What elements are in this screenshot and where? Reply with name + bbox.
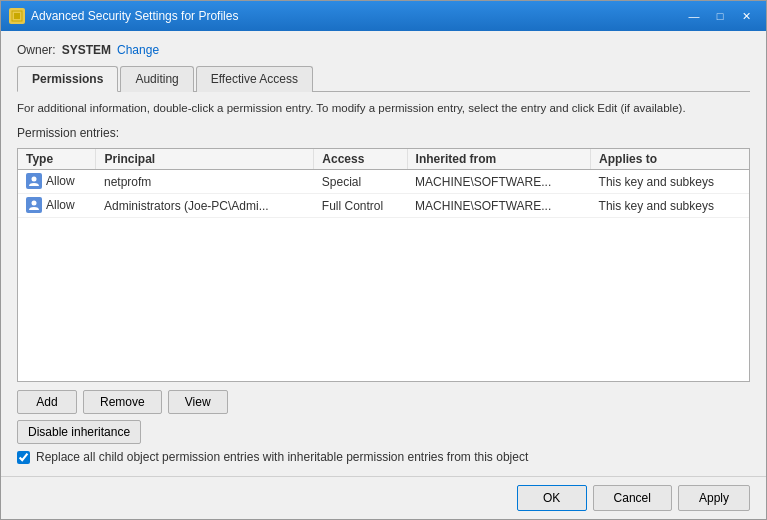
permission-entries-label: Permission entries: — [17, 126, 750, 140]
window: Advanced Security Settings for Profiles … — [0, 0, 767, 520]
svg-point-2 — [32, 177, 37, 182]
row2-type-cell: Allow — [26, 197, 75, 213]
remove-button[interactable]: Remove — [83, 390, 162, 414]
window-title: Advanced Security Settings for Profiles — [31, 9, 682, 23]
bottom-section: Add Remove View Disable inheritance Repl… — [17, 390, 750, 464]
info-text: For additional information, double-click… — [17, 100, 750, 116]
tab-permissions[interactable]: Permissions — [17, 66, 118, 92]
row2-principal: Administrators (Joe-PC\Admi... — [96, 194, 314, 218]
row1-type-cell: Allow — [26, 173, 75, 189]
col-header-principal: Principal — [96, 149, 314, 170]
tab-effective-access[interactable]: Effective Access — [196, 66, 313, 92]
title-bar: Advanced Security Settings for Profiles … — [1, 1, 766, 31]
view-button[interactable]: View — [168, 390, 228, 414]
row2-inherited: MACHINE\SOFTWARE... — [407, 194, 591, 218]
maximize-button[interactable]: □ — [708, 6, 732, 26]
col-header-access: Access — [314, 149, 407, 170]
row1-access: Special — [314, 170, 407, 194]
change-owner-link[interactable]: Change — [117, 43, 159, 57]
cancel-button[interactable]: Cancel — [593, 485, 672, 511]
owner-row: Owner: SYSTEM Change — [17, 43, 750, 57]
user-icon-2 — [26, 197, 42, 213]
tabs-container: Permissions Auditing Effective Access — [17, 65, 750, 92]
owner-label: Owner: — [17, 43, 56, 57]
col-header-applies: Applies to — [591, 149, 749, 170]
disable-inheritance-button[interactable]: Disable inheritance — [17, 420, 141, 444]
owner-value: SYSTEM — [62, 43, 111, 57]
window-icon — [9, 8, 25, 24]
user-icon-1 — [26, 173, 42, 189]
dialog-footer: OK Cancel Apply — [1, 476, 766, 519]
replace-permissions-checkbox[interactable] — [17, 451, 30, 464]
tab-auditing[interactable]: Auditing — [120, 66, 193, 92]
row2-type: Allow — [18, 194, 96, 218]
col-header-type: Type — [18, 149, 96, 170]
minimize-button[interactable]: — — [682, 6, 706, 26]
col-header-inherited: Inherited from — [407, 149, 591, 170]
apply-button[interactable]: Apply — [678, 485, 750, 511]
table-row[interactable]: Allow netprofm Special MACHINE\SOFTWARE.… — [18, 170, 749, 194]
row2-applies: This key and subkeys — [591, 194, 749, 218]
ok-button[interactable]: OK — [517, 485, 587, 511]
close-button[interactable]: ✕ — [734, 6, 758, 26]
row1-inherited: MACHINE\SOFTWARE... — [407, 170, 591, 194]
svg-point-3 — [32, 201, 37, 206]
row2-access: Full Control — [314, 194, 407, 218]
add-button[interactable]: Add — [17, 390, 77, 414]
table-row[interactable]: Allow Administrators (Joe-PC\Admi... Ful… — [18, 194, 749, 218]
checkbox-row: Replace all child object permission entr… — [17, 450, 750, 464]
content-area: Owner: SYSTEM Change Permissions Auditin… — [1, 31, 766, 476]
permissions-table-container: Type Principal Access Inherited from App… — [17, 148, 750, 382]
checkbox-label: Replace all child object permission entr… — [36, 450, 528, 464]
svg-rect-1 — [14, 13, 20, 19]
row1-applies: This key and subkeys — [591, 170, 749, 194]
row1-type: Allow — [18, 170, 96, 194]
permissions-table: Type Principal Access Inherited from App… — [18, 149, 749, 218]
action-buttons-row: Add Remove View — [17, 390, 750, 414]
window-controls: — □ ✕ — [682, 6, 758, 26]
row1-principal: netprofm — [96, 170, 314, 194]
